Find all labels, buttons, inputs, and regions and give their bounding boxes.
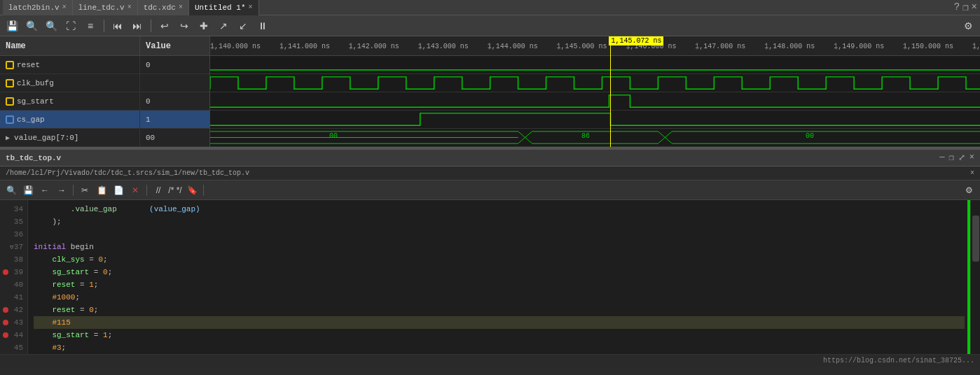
code-line-40: reset = 1;	[34, 278, 965, 291]
tab-tdc-xdc-close[interactable]: ×	[179, 3, 183, 11]
editor-bookmark-button[interactable]: 🔖	[185, 183, 199, 197]
editor-panel: tb_tdc_top.v ─ ❐ ⤢ × /home/lcl/Prj/Vivad…	[0, 148, 980, 367]
tab-untitled[interactable]: Untitled 1* ×	[189, 0, 259, 15]
save-button[interactable]: 💾	[4, 18, 20, 34]
signal-label-sg-start: sg_start	[17, 97, 54, 106]
time-marker-5: 1,145.000 ns	[557, 36, 607, 56]
editor-paste-button[interactable]: 📄	[111, 183, 125, 197]
wave-svg-cs-gap	[210, 111, 980, 128]
up-button[interactable]: ↗	[216, 18, 231, 34]
editor-delete-button[interactable]: ✕	[128, 183, 142, 197]
tab-line-tdc[interactable]: line_tdc.v ×	[73, 0, 138, 15]
editor-copy-button[interactable]: 📋	[95, 183, 109, 197]
signal-name-sg-start: sg_start	[0, 92, 140, 110]
editor-minimize-icon[interactable]: ─	[939, 153, 944, 163]
signal-value-sg-start: 0	[140, 97, 209, 106]
waveform-canvas[interactable]: 1,145.072 ns 1,140.000 ns 1,141.000 ns 1…	[210, 36, 980, 147]
time-marker-9: 1,149.000 ns	[834, 36, 884, 56]
signal-row-reset[interactable]: reset 0	[0, 56, 209, 74]
tab-bar: latch2bin.v × line_tdc.v × tdc.xdc × Unt…	[0, 0, 980, 15]
main-toolbar: 💾 🔍 🔍 ⛶ ≡ ⏮ ⏭ ↩ ↪ ✚ ↗ ↙ ⏸ ⚙	[0, 15, 980, 36]
code-line-44: sg_start = 1;	[34, 329, 965, 341]
editor-back-button[interactable]: ←	[38, 183, 52, 197]
line-45: 45	[0, 341, 27, 354]
line-40: 40	[0, 278, 27, 291]
signal-header: Name Value	[0, 36, 209, 56]
redo-button[interactable]: ↪	[177, 18, 192, 34]
code-content-35: );	[34, 218, 62, 226]
prev-button[interactable]: ⏮	[110, 18, 125, 34]
line-34: 34	[0, 203, 27, 215]
tab-untitled-close[interactable]: ×	[249, 3, 253, 11]
tab-latch2bin[interactable]: latch2bin.v ×	[3, 0, 73, 15]
signal-row-cs-gap[interactable]: cs_gap 1	[0, 111, 209, 129]
code-ind-39	[34, 268, 52, 276]
signal-row-value-gap[interactable]: ▶ value_gap[7:0] 00	[0, 129, 209, 147]
editor-settings-button[interactable]: ⚙	[962, 183, 976, 197]
signal-label-clk: clk_bufg	[17, 79, 54, 87]
editor-block-comment-button[interactable]: /* */	[168, 183, 182, 197]
code-sig-44: sg_start	[52, 331, 89, 339]
code-assign-38: =	[85, 255, 99, 264]
code-num-39: 0	[103, 268, 108, 276]
code-sig-40: reset	[52, 281, 75, 289]
time-marker-2: 1,142.000 ns	[349, 36, 399, 56]
editor-save-button[interactable]: 💾	[21, 183, 35, 197]
add-button[interactable]: ✚	[196, 18, 212, 34]
tab-line-tdc-close[interactable]: ×	[127, 3, 132, 11]
name-column-header: Name	[0, 36, 140, 55]
restore-icon[interactable]: ❐	[962, 1, 968, 13]
editor-comment-button[interactable]: //	[151, 183, 165, 197]
code-area[interactable]: .value_gap (value_gap) ); initial begin …	[28, 200, 970, 354]
code-ind-44	[34, 331, 52, 339]
tab-untitled-label: Untitled 1*	[195, 3, 246, 12]
tab-tdc-xdc[interactable]: tdc.xdc ×	[138, 0, 189, 15]
time-ruler: 1,140.000 ns 1,141.000 ns 1,142.000 ns 1…	[210, 36, 980, 56]
help-icon[interactable]: ?	[954, 1, 960, 13]
line-37: ▽37	[0, 241, 27, 253]
editor-scrollbar[interactable]	[970, 200, 980, 354]
editor-restore-icon[interactable]: ❐	[949, 153, 954, 163]
code-line-37: initial begin	[34, 241, 965, 253]
signal-label-cs-gap: cs_gap	[17, 115, 45, 124]
signal-label-reset: reset	[17, 61, 40, 69]
editor-toolbar-sep-3	[203, 185, 204, 196]
editor-cut-button[interactable]: ✂	[78, 183, 92, 197]
zoom-in-button[interactable]: 🔍	[24, 18, 39, 34]
scrollbar-thumb[interactable]	[972, 215, 979, 262]
zoom-fit-button[interactable]: ⛶	[63, 18, 78, 34]
cursor-line	[610, 36, 611, 147]
filepath-text: /home/lcl/Prj/Vivado/tdc/tdc_t.srcs/sim_…	[6, 169, 249, 177]
editor-window-buttons: ─ ❐ ⤢ ×	[939, 153, 974, 163]
down-button[interactable]: ↙	[235, 18, 251, 34]
signal-row-clk[interactable]: clk_bufg	[0, 74, 209, 92]
editor-close-icon[interactable]: ×	[969, 153, 974, 163]
settings-button[interactable]: ⚙	[960, 18, 976, 34]
expand-icon-value-gap[interactable]: ▶	[6, 134, 10, 142]
filepath-close-icon[interactable]: ×	[970, 169, 974, 177]
signal-value-cs-gap: 1	[140, 115, 209, 124]
editor-maximize-icon[interactable]: ⤢	[958, 153, 965, 163]
tab-latch2bin-close[interactable]: ×	[62, 3, 67, 11]
code-line-39: sg_start = 0;	[34, 266, 965, 278]
code-semi-40: ;	[94, 281, 99, 289]
editor-forward-button[interactable]: →	[55, 183, 69, 197]
wave-svg-sg-start	[210, 92, 980, 110]
code-num-42: 0	[89, 306, 94, 314]
next-button[interactable]: ⏭	[130, 18, 145, 34]
time-marker-11: 1,151.000 ns	[972, 36, 980, 56]
time-marker-3: 1,143.000 ns	[418, 36, 469, 56]
zoom-out-button[interactable]: 🔍	[43, 18, 59, 34]
close-icon[interactable]: ×	[972, 1, 977, 13]
code-paren-34: (value_gap)	[149, 205, 200, 213]
signal-row-sg-start[interactable]: sg_start 0	[0, 92, 209, 111]
undo-button[interactable]: ↩	[157, 18, 172, 34]
signal-value-value-gap: 00	[140, 134, 209, 142]
zoom-full-button[interactable]: ≡	[83, 18, 98, 34]
wave-row-sg-start	[210, 92, 980, 111]
toolbar-sep-2	[151, 20, 151, 32]
pause-button[interactable]: ⏸	[255, 18, 270, 34]
editor-search-button[interactable]: 🔍	[4, 183, 18, 197]
line-41: 41	[0, 291, 27, 304]
tab-latch2bin-label: latch2bin.v	[8, 3, 60, 12]
